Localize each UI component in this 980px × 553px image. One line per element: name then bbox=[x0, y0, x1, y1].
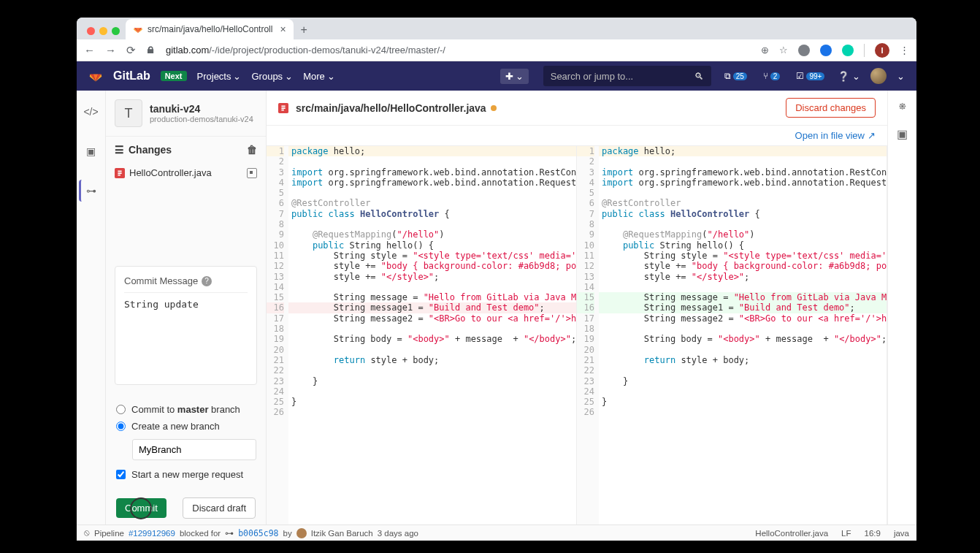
zoom-icon[interactable]: ⊕ bbox=[761, 45, 769, 56]
commit-time: 3 days ago bbox=[378, 529, 418, 538]
java-file-icon bbox=[278, 103, 288, 113]
browser-menu-icon[interactable]: ⋮ bbox=[900, 45, 909, 56]
pipeline-link[interactable]: #129912969 bbox=[129, 529, 175, 538]
start-mr-checkbox[interactable]: Start a new merge request bbox=[116, 465, 256, 484]
commit-message-input[interactable] bbox=[124, 292, 248, 373]
forward-icon[interactable]: → bbox=[105, 44, 116, 56]
gitlab-navbar: GitLab Next Projects ⌄ Groups ⌄ More ⌄ ✚… bbox=[77, 61, 916, 91]
profile-avatar-icon[interactable]: I bbox=[875, 43, 889, 58]
todos-badge[interactable]: ☑99+ bbox=[793, 69, 827, 83]
diff-view: 1234567891011121314151617181920212223242… bbox=[267, 146, 887, 525]
stage-file-icon[interactable] bbox=[247, 168, 257, 178]
lock-icon: 🔒︎ bbox=[146, 45, 156, 56]
commit-icon: ⊶ bbox=[225, 528, 234, 538]
changes-heading: ☰ Changes 🗑︎ bbox=[106, 137, 266, 163]
status-file-name: HelloController.java bbox=[755, 529, 828, 538]
new-tab-button[interactable]: + bbox=[294, 23, 315, 39]
file-name: HelloController.java bbox=[129, 167, 212, 178]
chevron-down-icon: ⌄ bbox=[327, 71, 335, 82]
status-bar: ⦸ Pipeline #129912969 blocked for ⊶ b006… bbox=[77, 525, 916, 541]
search-icon[interactable]: 🔍︎ bbox=[694, 71, 704, 82]
status-cursor-pos: 16:9 bbox=[865, 529, 881, 538]
chevron-down-icon: ⌄ bbox=[233, 71, 241, 82]
gitlab-favicon-icon bbox=[133, 24, 143, 34]
project-avatar: T bbox=[115, 99, 142, 127]
status-language: java bbox=[894, 529, 909, 538]
pipeline-status-icon[interactable]: ⦸ bbox=[84, 528, 90, 538]
ide-activity-bar: </> ▣ ⊶ bbox=[77, 91, 106, 525]
discard-all-icon[interactable]: 🗑︎ bbox=[247, 144, 257, 156]
browser-tab-bar: src/main/java/hello/HelloControll × + bbox=[77, 18, 916, 39]
tab-title: src/main/java/hello/HelloControll bbox=[148, 24, 272, 34]
url-bar: ← → ⟳ 🔒︎ gitlab.com/-/ide/project/produc… bbox=[77, 39, 916, 61]
project-name: tanuki-v24 bbox=[150, 103, 253, 115]
minimize-window-icon[interactable] bbox=[99, 27, 107, 35]
window-controls[interactable] bbox=[84, 27, 126, 39]
discard-draft-button[interactable]: Discard draft bbox=[183, 497, 256, 519]
chevron-down-icon: ⌄ bbox=[516, 71, 524, 82]
edit-mode-icon[interactable]: </> bbox=[80, 101, 102, 123]
review-mode-icon[interactable]: ▣ bbox=[80, 140, 102, 162]
editor-area: src/main/java/hello/HelloController.java… bbox=[267, 91, 887, 525]
right-sidebar: ⎈ ▣ bbox=[887, 91, 916, 525]
gitlab-logo-icon[interactable] bbox=[88, 69, 103, 83]
back-icon[interactable]: ← bbox=[84, 44, 95, 56]
search-input[interactable] bbox=[551, 71, 694, 82]
left-panel: T tanuki-v24 production-demos/tanuki-v24… bbox=[106, 91, 267, 525]
diff-right-pane[interactable]: 1234567891011121314151617181920212223242… bbox=[577, 146, 887, 525]
commit-link[interactable]: b0065c98 bbox=[238, 528, 278, 538]
chevron-down-icon[interactable]: ⌄ bbox=[897, 71, 905, 82]
status-eol: LF bbox=[841, 529, 851, 538]
reload-icon[interactable]: ⟳ bbox=[126, 44, 136, 57]
commit-box: Commit Message ? bbox=[115, 266, 257, 385]
merge-requests-badge[interactable]: ⑂2 bbox=[760, 69, 784, 83]
new-dropdown[interactable]: ✚ ⌄ bbox=[500, 69, 529, 84]
file-path: src/main/java/hello/HelloController.java bbox=[296, 102, 497, 114]
commit-mode-icon[interactable]: ⊶ bbox=[79, 180, 101, 202]
hamburger-icon[interactable]: ☰ bbox=[115, 144, 124, 156]
java-file-icon bbox=[115, 168, 125, 178]
pipelines-icon[interactable]: ⎈ bbox=[899, 99, 906, 112]
project-path: production-demos/tanuki-v24 bbox=[150, 115, 253, 123]
help-icon[interactable]: ❔ ⌄ bbox=[838, 71, 860, 82]
branch-name-input[interactable] bbox=[132, 439, 256, 460]
close-window-icon[interactable] bbox=[87, 27, 95, 35]
gitlab-brand[interactable]: GitLab bbox=[113, 69, 150, 83]
star-icon[interactable]: ☆ bbox=[779, 45, 788, 56]
browser-window: src/main/java/hello/HelloControll × + ← … bbox=[77, 18, 916, 541]
terminal-icon[interactable]: ▣ bbox=[897, 127, 908, 141]
author-name[interactable]: Itzik Gan Baruch bbox=[311, 529, 373, 538]
nav-projects[interactable]: Projects ⌄ bbox=[197, 71, 242, 82]
help-icon[interactable]: ? bbox=[202, 276, 212, 286]
global-search[interactable]: 🔍︎ bbox=[543, 66, 711, 86]
modified-indicator-icon bbox=[491, 105, 497, 111]
commit-button[interactable]: Commit bbox=[116, 498, 166, 518]
next-badge: Next bbox=[161, 71, 187, 81]
extension-icon[interactable] bbox=[820, 45, 832, 56]
author-avatar-icon bbox=[296, 528, 307, 538]
open-in-file-view-link[interactable]: Open in file view ↗ bbox=[795, 130, 876, 141]
chevron-down-icon: ⌄ bbox=[285, 71, 293, 82]
radio-commit-master[interactable]: Commit to master branch bbox=[116, 401, 256, 418]
nav-more[interactable]: More ⌄ bbox=[303, 71, 335, 82]
external-link-icon: ↗ bbox=[868, 130, 876, 141]
issues-badge[interactable]: ⧉25 bbox=[721, 69, 750, 83]
maximize-window-icon[interactable] bbox=[112, 27, 120, 35]
extension-icon[interactable] bbox=[798, 45, 810, 56]
commit-message-label: Commit Message ? bbox=[124, 275, 248, 286]
project-header[interactable]: T tanuki-v24 production-demos/tanuki-v24 bbox=[106, 91, 266, 137]
url-text[interactable]: gitlab.com/-/ide/project/production-demo… bbox=[166, 45, 751, 56]
diff-left-pane[interactable]: 1234567891011121314151617181920212223242… bbox=[267, 146, 577, 525]
close-tab-icon[interactable]: × bbox=[280, 23, 286, 35]
nav-groups[interactable]: Groups ⌄ bbox=[251, 71, 293, 82]
file-header: src/main/java/hello/HelloController.java… bbox=[267, 91, 887, 126]
changed-file-row[interactable]: HelloController.java bbox=[106, 163, 266, 183]
browser-tab[interactable]: src/main/java/hello/HelloControll × bbox=[126, 19, 294, 39]
radio-new-branch[interactable]: Create a new branch bbox=[116, 418, 256, 435]
discard-changes-button[interactable]: Discard changes bbox=[786, 98, 876, 118]
user-avatar-icon[interactable] bbox=[870, 68, 887, 84]
extension-icon[interactable] bbox=[842, 45, 854, 56]
